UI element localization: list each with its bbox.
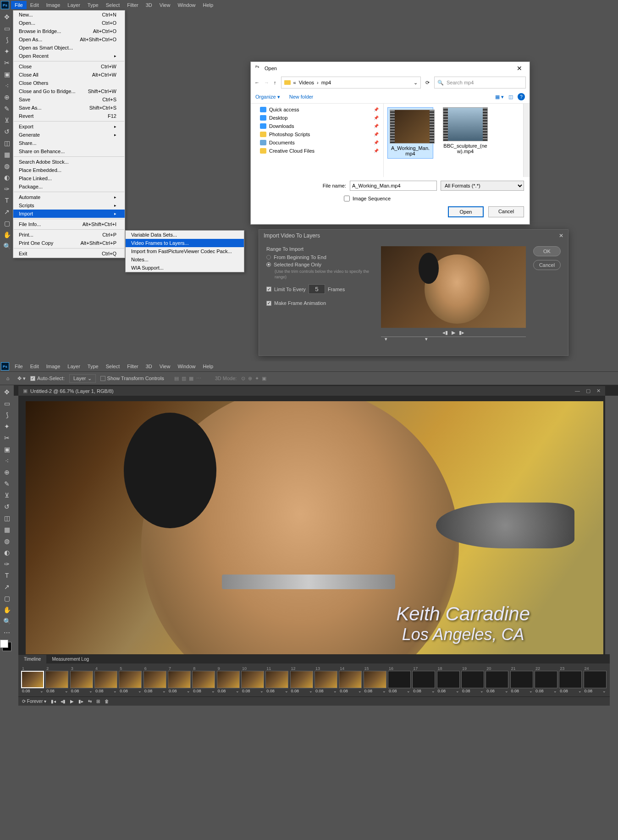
prev-frame-icon[interactable]: ◂▮ xyxy=(442,330,448,336)
refresh-icon[interactable]: ⟳ xyxy=(425,80,430,86)
preview-pane-icon[interactable]: ◫ xyxy=(508,94,513,100)
home-icon[interactable]: ⌂ xyxy=(3,373,13,383)
menu-item[interactable]: CloseCtrl+W xyxy=(13,62,125,71)
wand-tool-icon[interactable]: ✦ xyxy=(2,46,12,56)
play-icon[interactable]: ▶ xyxy=(70,699,74,704)
menu-item[interactable]: Print...Ctrl+P xyxy=(13,231,125,239)
import-submenu[interactable]: Variable Data Sets...Video Frames to Lay… xyxy=(125,230,244,272)
timeline-frame[interactable]: 70.08⌄ xyxy=(168,666,191,694)
menu-filter[interactable]: Filter xyxy=(123,362,142,370)
heal-tool-icon[interactable]: ⊕ xyxy=(2,467,12,477)
menu-edit[interactable]: Edit xyxy=(27,362,43,370)
menu-type[interactable]: Type xyxy=(84,362,102,370)
menu-type[interactable]: Type xyxy=(84,1,102,9)
eraser-tool-icon[interactable]: ◫ xyxy=(2,513,12,523)
menu-item[interactable]: Close Others xyxy=(13,79,125,87)
first-frame-icon[interactable]: ▮◂ xyxy=(51,699,56,704)
gradient-tool-icon[interactable]: ▦ xyxy=(2,149,12,160)
type-tool-icon[interactable]: T xyxy=(2,195,12,205)
file-menu-dropdown[interactable]: New...Ctrl+NOpen...Ctrl+OBrowse in Bridg… xyxy=(13,10,125,258)
menu-item[interactable]: ExitCtrl+Q xyxy=(13,249,125,258)
timeline-frame[interactable]: 100.08⌄ xyxy=(241,666,265,694)
menu-item[interactable]: Open...Ctrl+O xyxy=(13,19,125,27)
open-sidebar[interactable]: Quick access📌Desktop📌Downloads📌Photoshop… xyxy=(251,104,384,177)
timeline-frame[interactable]: 60.08⌄ xyxy=(143,666,167,694)
path-tool-icon[interactable]: ↗ xyxy=(2,207,12,217)
path-tool-icon[interactable]: ↗ xyxy=(2,582,12,592)
marquee-tool-icon[interactable]: ▭ xyxy=(2,23,12,33)
menu-item[interactable]: Share on Behance... xyxy=(13,147,125,155)
menu-item[interactable]: Scripts▸ xyxy=(13,201,125,210)
stamp-tool-icon[interactable]: ⊻ xyxy=(2,490,12,500)
document-tab[interactable]: ▣ Untitled-2 @ 66.7% (Layer 1, RGB/8) — … xyxy=(18,386,605,396)
timeline-frame[interactable]: 170.08⌄ xyxy=(412,666,436,694)
timeline-frame[interactable]: 210.08⌄ xyxy=(510,666,534,694)
timeline-frame[interactable]: 20.08⌄ xyxy=(45,666,69,694)
tab-timeline[interactable]: Timeline xyxy=(18,655,46,663)
image-sequence-checkbox[interactable] xyxy=(344,193,350,204)
wand-tool-icon[interactable]: ✦ xyxy=(2,421,12,431)
nav-back-icon[interactable]: ← xyxy=(254,80,259,85)
help-icon[interactable]: ? xyxy=(518,93,525,100)
menu-item[interactable]: Open as Smart Object... xyxy=(13,44,125,52)
brush-tool-icon[interactable]: ✎ xyxy=(2,104,12,114)
loop-select[interactable]: ⟳ Forever ▾ xyxy=(22,699,46,704)
3d-icon[interactable]: ✦ xyxy=(255,376,259,381)
crop-tool-icon[interactable]: ✂ xyxy=(2,433,12,443)
menu-select[interactable]: Select xyxy=(102,1,124,9)
eyedropper-tool-icon[interactable]: ⁖ xyxy=(2,81,12,91)
filename-input[interactable] xyxy=(350,181,437,191)
timeline-frame[interactable]: 130.08⌄ xyxy=(315,666,338,694)
menu-item[interactable]: Place Embedded... xyxy=(13,166,125,174)
file-item[interactable]: BBC_sculpture_(new).mp4 xyxy=(442,107,488,154)
next-frame-icon[interactable]: ▮▸ xyxy=(78,699,83,704)
maximize-icon[interactable]: ▢ xyxy=(586,388,590,393)
file-item[interactable]: A_Working_Man.mp4 xyxy=(387,107,433,159)
menu-item[interactable]: Generate▸ xyxy=(13,131,125,139)
gradient-tool-icon[interactable]: ▦ xyxy=(2,525,12,535)
menu-3d[interactable]: 3D xyxy=(142,362,156,370)
format-select[interactable]: All Formats (*.*) xyxy=(441,181,524,191)
timeline-frames[interactable]: 10.08⌄20.08⌄30.08⌄40.08⌄50.08⌄60.08⌄70.0… xyxy=(18,663,610,696)
close-icon[interactable]: ✕ xyxy=(559,232,563,239)
sidebar-item[interactable]: Quick access📌 xyxy=(251,105,383,114)
menu-item[interactable]: Package... xyxy=(13,182,125,191)
timeline-frame[interactable]: 90.08⌄ xyxy=(217,666,240,694)
limit-frames-input[interactable] xyxy=(309,284,325,294)
show-transform-checkbox[interactable] xyxy=(100,376,105,381)
close-icon[interactable]: ✕ xyxy=(596,388,601,393)
organize-button[interactable]: Organize ▾ xyxy=(255,94,280,100)
auto-select-target[interactable]: Layer ⌄ xyxy=(69,374,96,383)
menu-item[interactable]: Export▸ xyxy=(13,122,125,131)
next-frame-icon[interactable]: ▮▸ xyxy=(459,330,464,336)
shape-tool-icon[interactable]: ▢ xyxy=(2,593,12,603)
sidebar-item[interactable]: Downloads📌 xyxy=(251,122,383,130)
menu-help[interactable]: Help xyxy=(199,1,217,9)
menu-image[interactable]: Image xyxy=(43,1,64,9)
stamp-tool-icon[interactable]: ⊻ xyxy=(2,115,12,125)
timeline-frame[interactable]: 240.08⌄ xyxy=(584,666,607,694)
timeline-frame[interactable]: 220.08⌄ xyxy=(535,666,558,694)
history-brush-icon[interactable]: ↺ xyxy=(2,502,12,512)
sidebar-item[interactable]: Documents📌 xyxy=(251,138,383,147)
menu-item[interactable]: Close AllAlt+Ctrl+W xyxy=(13,71,125,79)
menu-item[interactable]: Search Adobe Stock... xyxy=(13,158,125,166)
eraser-tool-icon[interactable]: ◫ xyxy=(2,138,12,148)
menu-item[interactable]: Open As...Alt+Shift+Ctrl+O xyxy=(13,35,125,44)
menu-item[interactable]: New...Ctrl+N xyxy=(13,11,125,19)
pen-tool-icon[interactable]: ✑ xyxy=(2,184,12,194)
menu-window[interactable]: Window xyxy=(174,362,199,370)
hand-tool-icon[interactable]: ✋ xyxy=(2,605,12,615)
menu-item[interactable]: Share... xyxy=(13,139,125,147)
eyedropper-tool-icon[interactable]: ⁖ xyxy=(2,456,12,466)
move-tool-icon[interactable]: ✥ xyxy=(2,12,12,22)
close-icon[interactable]: ✕ xyxy=(514,65,525,72)
open-file-list[interactable]: A_Working_Man.mp4BBC_sculpture_(new).mp4 xyxy=(384,104,523,177)
3d-icon[interactable]: ⊙ xyxy=(241,376,245,381)
move-tool-icon[interactable]: ✥ xyxy=(2,387,12,397)
dodge-tool-icon[interactable]: ◐ xyxy=(2,172,12,182)
sidebar-item[interactable]: Desktop📌 xyxy=(251,114,383,122)
brush-tool-icon[interactable]: ✎ xyxy=(2,479,12,489)
timeline-frame[interactable]: 160.08⌄ xyxy=(388,666,411,694)
menu-item[interactable]: File Info...Alt+Shift+Ctrl+I xyxy=(13,220,125,228)
